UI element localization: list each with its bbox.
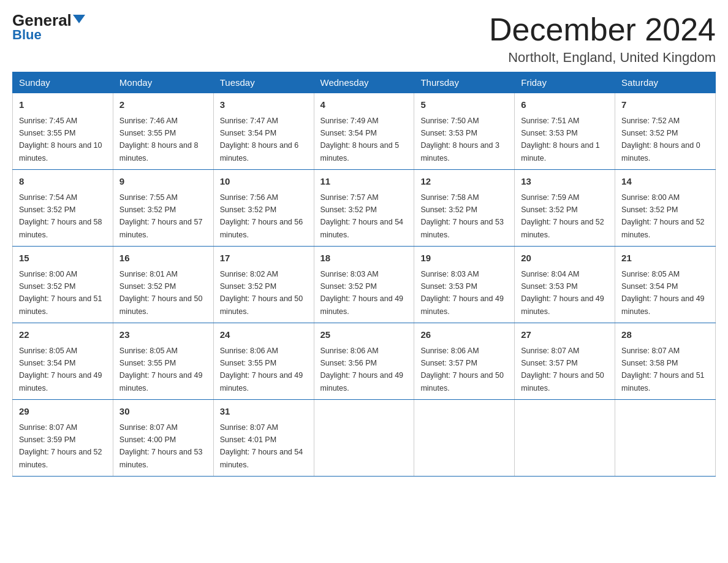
week-row-4: 22Sunrise: 8:05 AMSunset: 3:54 PMDayligh… bbox=[13, 323, 716, 400]
day-number: 24 bbox=[220, 328, 308, 342]
calendar-cell: 15Sunrise: 8:00 AMSunset: 3:52 PMDayligh… bbox=[13, 247, 113, 323]
day-info: Sunrise: 8:05 AMSunset: 3:55 PMDaylight:… bbox=[119, 347, 203, 393]
calendar-table: SundayMondayTuesdayWednesdayThursdayFrid… bbox=[12, 72, 716, 477]
calendar-cell: 21Sunrise: 8:05 AMSunset: 3:54 PMDayligh… bbox=[615, 247, 716, 323]
day-number: 2 bbox=[119, 98, 207, 112]
day-info: Sunrise: 8:06 AMSunset: 3:56 PMDaylight:… bbox=[320, 347, 404, 393]
day-info: Sunrise: 8:00 AMSunset: 3:52 PMDaylight:… bbox=[19, 270, 102, 316]
day-number: 8 bbox=[19, 175, 107, 189]
day-info: Sunrise: 7:50 AMSunset: 3:53 PMDaylight:… bbox=[420, 117, 499, 163]
column-header-thursday: Thursday bbox=[414, 72, 515, 93]
column-header-friday: Friday bbox=[515, 72, 615, 93]
week-row-3: 15Sunrise: 8:00 AMSunset: 3:52 PMDayligh… bbox=[13, 247, 716, 323]
day-info: Sunrise: 8:06 AMSunset: 3:57 PMDaylight:… bbox=[420, 347, 504, 393]
calendar-cell: 31Sunrise: 8:07 AMSunset: 4:01 PMDayligh… bbox=[213, 400, 314, 477]
calendar-cell: 23Sunrise: 8:05 AMSunset: 3:55 PMDayligh… bbox=[113, 323, 213, 400]
day-info: Sunrise: 8:07 AMSunset: 3:59 PMDaylight:… bbox=[19, 423, 102, 469]
calendar-cell: 25Sunrise: 8:06 AMSunset: 3:56 PMDayligh… bbox=[314, 323, 414, 400]
logo-general: General bbox=[12, 12, 85, 28]
day-info: Sunrise: 8:07 AMSunset: 3:57 PMDaylight:… bbox=[521, 347, 604, 393]
calendar-cell: 19Sunrise: 8:03 AMSunset: 3:53 PMDayligh… bbox=[414, 247, 515, 323]
day-number: 5 bbox=[420, 98, 508, 112]
calendar-cell bbox=[615, 400, 716, 477]
day-number: 1 bbox=[19, 98, 107, 112]
day-info: Sunrise: 7:52 AMSunset: 3:52 PMDaylight:… bbox=[621, 117, 700, 163]
column-header-wednesday: Wednesday bbox=[314, 72, 414, 93]
day-number: 28 bbox=[621, 328, 709, 342]
day-number: 29 bbox=[19, 405, 107, 419]
column-header-saturday: Saturday bbox=[615, 72, 716, 93]
day-info: Sunrise: 7:47 AMSunset: 3:54 PMDaylight:… bbox=[220, 117, 299, 163]
logo-triangle-icon bbox=[73, 15, 85, 23]
day-info: Sunrise: 7:58 AMSunset: 3:52 PMDaylight:… bbox=[420, 193, 504, 239]
day-number: 10 bbox=[220, 175, 308, 189]
calendar-cell: 30Sunrise: 8:07 AMSunset: 4:00 PMDayligh… bbox=[113, 400, 213, 477]
calendar-cell: 1Sunrise: 7:45 AMSunset: 3:55 PMDaylight… bbox=[13, 93, 113, 170]
title-section: December 2024 Northolt, England, United … bbox=[489, 12, 716, 66]
day-number: 27 bbox=[521, 328, 609, 342]
calendar-cell bbox=[314, 400, 414, 477]
day-number: 20 bbox=[521, 251, 609, 266]
logo: General Blue bbox=[12, 12, 85, 43]
calendar-cell: 5Sunrise: 7:50 AMSunset: 3:53 PMDaylight… bbox=[414, 93, 515, 170]
day-info: Sunrise: 8:03 AMSunset: 3:53 PMDaylight:… bbox=[420, 270, 504, 316]
calendar-cell: 16Sunrise: 8:01 AMSunset: 3:52 PMDayligh… bbox=[113, 247, 213, 323]
calendar-cell: 14Sunrise: 8:00 AMSunset: 3:52 PMDayligh… bbox=[615, 170, 716, 247]
day-info: Sunrise: 8:03 AMSunset: 3:52 PMDaylight:… bbox=[320, 270, 404, 316]
page-header: General Blue December 2024 Northolt, Eng… bbox=[12, 12, 716, 66]
logo-blue: Blue bbox=[12, 27, 42, 43]
day-number: 17 bbox=[220, 251, 308, 266]
day-info: Sunrise: 8:07 AMSunset: 3:58 PMDaylight:… bbox=[621, 347, 705, 393]
day-info: Sunrise: 7:45 AMSunset: 3:55 PMDaylight:… bbox=[19, 117, 102, 163]
day-info: Sunrise: 7:51 AMSunset: 3:53 PMDaylight:… bbox=[521, 117, 600, 163]
day-number: 11 bbox=[320, 175, 408, 189]
day-info: Sunrise: 7:46 AMSunset: 3:55 PMDaylight:… bbox=[119, 117, 199, 163]
day-info: Sunrise: 8:04 AMSunset: 3:53 PMDaylight:… bbox=[521, 270, 604, 316]
calendar-cell: 24Sunrise: 8:06 AMSunset: 3:55 PMDayligh… bbox=[213, 323, 314, 400]
week-row-5: 29Sunrise: 8:07 AMSunset: 3:59 PMDayligh… bbox=[13, 400, 716, 477]
calendar-cell: 7Sunrise: 7:52 AMSunset: 3:52 PMDaylight… bbox=[615, 93, 716, 170]
week-row-2: 8Sunrise: 7:54 AMSunset: 3:52 PMDaylight… bbox=[13, 170, 716, 247]
calendar-cell: 12Sunrise: 7:58 AMSunset: 3:52 PMDayligh… bbox=[414, 170, 515, 247]
day-info: Sunrise: 8:06 AMSunset: 3:55 PMDaylight:… bbox=[220, 347, 303, 393]
calendar-cell: 29Sunrise: 8:07 AMSunset: 3:59 PMDayligh… bbox=[13, 400, 113, 477]
column-header-sunday: Sunday bbox=[13, 72, 113, 93]
day-info: Sunrise: 7:56 AMSunset: 3:52 PMDaylight:… bbox=[220, 193, 303, 239]
calendar-cell: 8Sunrise: 7:54 AMSunset: 3:52 PMDaylight… bbox=[13, 170, 113, 247]
day-number: 23 bbox=[119, 328, 207, 342]
day-number: 30 bbox=[119, 405, 207, 419]
calendar-cell: 26Sunrise: 8:06 AMSunset: 3:57 PMDayligh… bbox=[414, 323, 515, 400]
day-number: 6 bbox=[521, 98, 609, 112]
day-number: 12 bbox=[420, 175, 508, 189]
day-number: 13 bbox=[521, 175, 609, 189]
day-number: 18 bbox=[320, 251, 408, 266]
calendar-cell: 22Sunrise: 8:05 AMSunset: 3:54 PMDayligh… bbox=[13, 323, 113, 400]
week-row-1: 1Sunrise: 7:45 AMSunset: 3:55 PMDaylight… bbox=[13, 93, 716, 170]
day-info: Sunrise: 8:02 AMSunset: 3:52 PMDaylight:… bbox=[220, 270, 303, 316]
calendar-cell: 28Sunrise: 8:07 AMSunset: 3:58 PMDayligh… bbox=[615, 323, 716, 400]
calendar-cell bbox=[414, 400, 515, 477]
column-header-monday: Monday bbox=[113, 72, 213, 93]
day-number: 31 bbox=[220, 405, 308, 419]
calendar-cell: 20Sunrise: 8:04 AMSunset: 3:53 PMDayligh… bbox=[515, 247, 615, 323]
day-info: Sunrise: 7:59 AMSunset: 3:52 PMDaylight:… bbox=[521, 193, 604, 239]
day-number: 7 bbox=[621, 98, 709, 112]
calendar-cell: 6Sunrise: 7:51 AMSunset: 3:53 PMDaylight… bbox=[515, 93, 615, 170]
day-info: Sunrise: 8:01 AMSunset: 3:52 PMDaylight:… bbox=[119, 270, 203, 316]
day-info: Sunrise: 7:54 AMSunset: 3:52 PMDaylight:… bbox=[19, 193, 102, 239]
calendar-cell: 18Sunrise: 8:03 AMSunset: 3:52 PMDayligh… bbox=[314, 247, 414, 323]
day-info: Sunrise: 8:07 AMSunset: 4:01 PMDaylight:… bbox=[220, 423, 303, 469]
day-info: Sunrise: 8:00 AMSunset: 3:52 PMDaylight:… bbox=[621, 193, 705, 239]
day-number: 4 bbox=[320, 98, 408, 112]
calendar-cell bbox=[515, 400, 615, 477]
day-number: 16 bbox=[119, 251, 207, 266]
calendar-cell: 11Sunrise: 7:57 AMSunset: 3:52 PMDayligh… bbox=[314, 170, 414, 247]
calendar-cell: 17Sunrise: 8:02 AMSunset: 3:52 PMDayligh… bbox=[213, 247, 314, 323]
day-number: 19 bbox=[420, 251, 508, 266]
calendar-cell: 3Sunrise: 7:47 AMSunset: 3:54 PMDaylight… bbox=[213, 93, 314, 170]
location-title: Northolt, England, United Kingdom bbox=[489, 50, 716, 66]
calendar-cell: 13Sunrise: 7:59 AMSunset: 3:52 PMDayligh… bbox=[515, 170, 615, 247]
column-header-tuesday: Tuesday bbox=[213, 72, 314, 93]
day-number: 9 bbox=[119, 175, 207, 189]
calendar-cell: 27Sunrise: 8:07 AMSunset: 3:57 PMDayligh… bbox=[515, 323, 615, 400]
